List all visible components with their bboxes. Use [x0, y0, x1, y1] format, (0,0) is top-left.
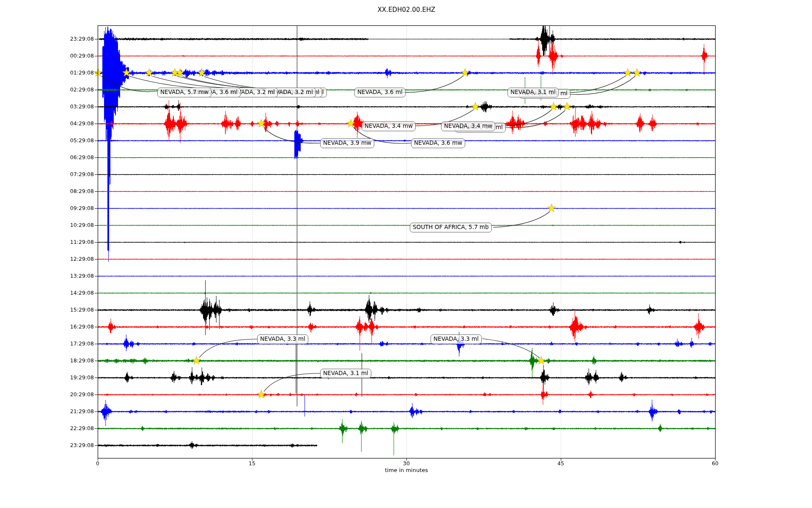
x-axis-label: time in minutes	[98, 467, 715, 473]
y-tick-label: 18:29:08	[0, 358, 94, 364]
y-tick-label: 14:29:08	[0, 290, 94, 296]
seismogram-figure: XX.EDH02.00.EHZ time in minutes 23:29:08…	[0, 0, 812, 508]
x-tick-label: 30	[390, 461, 423, 467]
y-tick-label: 04:29:08	[0, 121, 94, 127]
x-tick-label: 0	[81, 461, 115, 467]
y-tick-label: 06:29:08	[0, 155, 94, 160]
event-label: NEVADA, 3.1 ml	[508, 88, 559, 97]
y-tick-label: 22:29:08	[0, 426, 94, 431]
y-tick-label: 03:29:08	[0, 104, 94, 110]
event-label: NEVADA, 3.1 ml	[320, 369, 371, 378]
y-tick-label: 10:29:08	[0, 223, 94, 228]
event-label: SOUTH OF AFRICA, 5.7 mb	[410, 223, 492, 232]
y-tick-label: 02:29:08	[0, 87, 94, 93]
y-tick-label: 01:29:08	[0, 70, 94, 76]
y-tick-label: 23:29:08	[0, 443, 94, 448]
event-label: NEVADA, 3.9 mw	[320, 138, 374, 148]
y-tick-label: 00:29:08	[0, 53, 94, 59]
y-tick-label: 05:29:08	[0, 138, 94, 144]
y-tick-label: 11:29:08	[0, 240, 94, 245]
y-tick-label: 21:29:08	[0, 409, 94, 414]
event-label: NEVADA, 3.4 mw	[362, 121, 416, 131]
x-tick-label: 45	[544, 461, 578, 467]
y-tick-label: 20:29:08	[0, 392, 94, 398]
y-tick-label: 09:29:08	[0, 206, 94, 211]
y-tick-label: 08:29:08	[0, 189, 94, 194]
y-tick-label: 12:29:08	[0, 257, 94, 262]
y-tick-label: 19:29:08	[0, 375, 94, 381]
y-tick-label: 17:29:08	[0, 341, 94, 347]
event-label: NEVADA, 3.3 ml	[431, 334, 482, 344]
event-label: NEVADA, 5.7 mw	[157, 88, 211, 97]
event-label: NEVADA, 3.4 mw	[441, 121, 495, 131]
y-tick-label: 15:29:08	[0, 307, 94, 313]
event-label: NEVADA, 3.3 ml	[257, 334, 308, 344]
x-tick-label: 60	[698, 461, 732, 467]
seismogram-canvas	[0, 0, 812, 508]
x-tick-label: 15	[235, 461, 269, 467]
y-tick-label: 13:29:08	[0, 273, 94, 279]
y-tick-label: 07:29:08	[0, 172, 94, 177]
page-title: XX.EDH02.00.EHZ	[98, 6, 715, 14]
y-tick-label: 16:29:08	[0, 324, 94, 330]
y-tick-label: 23:29:08	[0, 36, 94, 42]
event-label: NEVADA, 3.6 mw	[411, 138, 465, 148]
event-label: NEVADA, 3.6 ml	[354, 88, 406, 97]
